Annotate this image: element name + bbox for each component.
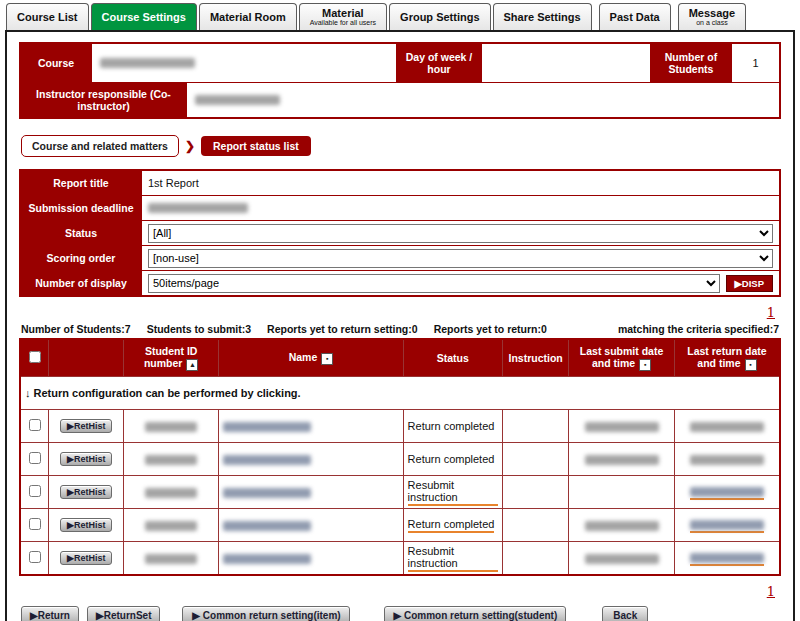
student-name-link[interactable] xyxy=(223,422,311,432)
status-filter-label: Status xyxy=(21,221,141,245)
returnset-button[interactable]: ▶ReturnSet xyxy=(87,606,160,621)
col-header-status: Status xyxy=(403,339,502,377)
student-name-cell xyxy=(219,509,403,542)
sort-ascending-icon[interactable]: ▲ xyxy=(186,359,198,371)
col-header-student-id-number: Student ID number▲ xyxy=(124,339,219,377)
page-link-1[interactable]: 1 xyxy=(767,305,775,320)
rethist-button[interactable]: ▶RetHist xyxy=(60,485,112,499)
tab-label: Group Settings xyxy=(400,12,479,23)
summary-item: Number of Students:7 xyxy=(21,323,131,335)
return-datetime-link[interactable] xyxy=(690,517,764,532)
status-filter-row: Status [All] xyxy=(21,220,779,245)
rethist-button[interactable]: ▶RetHist xyxy=(60,551,112,565)
redacted-submit-datetime xyxy=(585,554,659,564)
row-checkbox[interactable] xyxy=(29,452,41,464)
select-all-checkbox[interactable] xyxy=(29,351,41,363)
return-datetime-link[interactable] xyxy=(690,484,764,499)
pagination-top: 1 xyxy=(19,303,775,321)
number-of-display-row: Number of display 50items/page ▶DISP xyxy=(21,270,779,295)
tab-material[interactable]: MaterialAvailable for all users xyxy=(299,3,387,30)
tab-sublabel: on a class xyxy=(696,19,728,27)
status-cell: Resubmit instruction xyxy=(403,476,502,509)
instruction-cell xyxy=(502,542,568,576)
student-id-cell xyxy=(124,410,219,443)
last-submit-cell xyxy=(569,542,675,576)
redacted-return-datetime xyxy=(690,520,764,530)
status-text: Return completed xyxy=(408,420,495,432)
redacted-instructor-name xyxy=(195,95,280,105)
report-title-value: 1st Report xyxy=(141,171,779,195)
tab-label: Course Settings xyxy=(102,12,186,23)
back-button[interactable]: Back xyxy=(602,606,648,621)
rethist-button[interactable]: ▶RetHist xyxy=(60,419,112,433)
row-checkbox-cell xyxy=(20,542,49,576)
last-return-cell xyxy=(674,410,780,443)
col-header-label: Status xyxy=(437,352,469,364)
student-id-cell xyxy=(124,542,219,576)
row-checkbox[interactable] xyxy=(29,551,41,563)
tab-group-settings[interactable]: Group Settings xyxy=(389,3,490,30)
submission-deadline-value xyxy=(141,196,779,220)
status-text[interactable]: Resubmit instruction xyxy=(408,479,498,506)
report-row: ▶RetHistReturn completed xyxy=(20,509,780,542)
column-toggle-icon[interactable]: ▪ xyxy=(745,359,757,371)
page-link-1[interactable]: 1 xyxy=(767,584,775,599)
tab-material-room[interactable]: Material Room xyxy=(199,3,297,30)
student-name-cell xyxy=(219,410,403,443)
redacted-return-datetime xyxy=(690,553,764,563)
common-return-setting-student-button[interactable]: ▶ Common return setting(student) xyxy=(384,606,566,621)
rethist-button[interactable]: ▶RetHist xyxy=(60,518,112,532)
student-name-link[interactable] xyxy=(223,488,311,498)
status-cell: Resubmit instruction xyxy=(403,542,502,576)
summary-item: Reports yet to return setting:0 xyxy=(267,323,418,335)
number-of-students-label: Number of Students xyxy=(651,44,731,82)
last-submit-cell xyxy=(569,410,675,443)
breadcrumb: Course and related matters ❯ Report stat… xyxy=(21,135,779,157)
rethist-cell: ▶RetHist xyxy=(49,542,124,576)
row-checkbox[interactable] xyxy=(29,518,41,530)
rethist-button[interactable]: ▶RetHist xyxy=(60,452,112,466)
redacted-student-id xyxy=(145,422,197,432)
status-text[interactable]: Return completed xyxy=(408,518,495,533)
report-status-list-button[interactable]: Report status list xyxy=(201,136,311,156)
tab-past-data[interactable]: Past Data xyxy=(599,3,671,30)
tab-message[interactable]: Messageon a class xyxy=(678,3,746,30)
student-name-link[interactable] xyxy=(223,554,311,564)
scoring-order-select[interactable]: [non-use] xyxy=(148,249,773,268)
tab-course-list[interactable]: Course List xyxy=(6,3,89,30)
redacted-return-datetime xyxy=(690,487,764,497)
student-name-link[interactable] xyxy=(223,521,311,531)
tab-label: Message xyxy=(689,8,735,19)
row-checkbox[interactable] xyxy=(29,419,41,431)
column-toggle-icon[interactable]: ▪ xyxy=(639,359,651,371)
number-of-students-value: 1 xyxy=(731,44,779,82)
tab-course-settings[interactable]: Course Settings xyxy=(91,3,197,30)
col-header-instruction: Instruction xyxy=(502,339,568,377)
student-name-link[interactable] xyxy=(223,455,311,465)
redacted-course-name xyxy=(100,58,195,68)
return-config-note: ↓ Return configuration can be performed … xyxy=(20,377,780,410)
footer-button-bar: ▶Return▶ReturnSet▶ Common return setting… xyxy=(21,606,779,621)
tab-share-settings[interactable]: Share Settings xyxy=(493,3,592,30)
row-checkbox[interactable] xyxy=(29,485,41,497)
status-text[interactable]: Resubmit instruction xyxy=(408,545,498,572)
last-return-cell xyxy=(674,443,780,476)
disp-button[interactable]: ▶DISP xyxy=(726,275,773,292)
scoring-order-row: Scoring order [non-use] xyxy=(21,245,779,270)
column-toggle-icon[interactable]: ▪ xyxy=(321,353,333,365)
select-all-header-cell xyxy=(20,339,49,377)
course-info-table: Course Day of week / hour Number of Stud… xyxy=(19,42,781,119)
status-select[interactable]: [All] xyxy=(148,224,773,243)
course-related-matters-button[interactable]: Course and related matters xyxy=(21,135,179,157)
report-row: ▶RetHistReturn completed xyxy=(20,443,780,476)
redacted-submit-datetime xyxy=(585,455,659,465)
redacted-student-id xyxy=(145,488,197,498)
last-submit-cell xyxy=(569,509,675,542)
instruction-cell xyxy=(502,509,568,542)
matching-criteria-count: matching the criteria specified:7 xyxy=(618,323,779,335)
display-count-select[interactable]: 50items/page xyxy=(148,274,720,293)
course-value-cell xyxy=(91,44,397,82)
return-datetime-link[interactable] xyxy=(690,550,764,565)
return-button[interactable]: ▶Return xyxy=(21,606,79,621)
common-return-setting-item-button[interactable]: ▶ Common return setting(item) xyxy=(182,606,350,621)
